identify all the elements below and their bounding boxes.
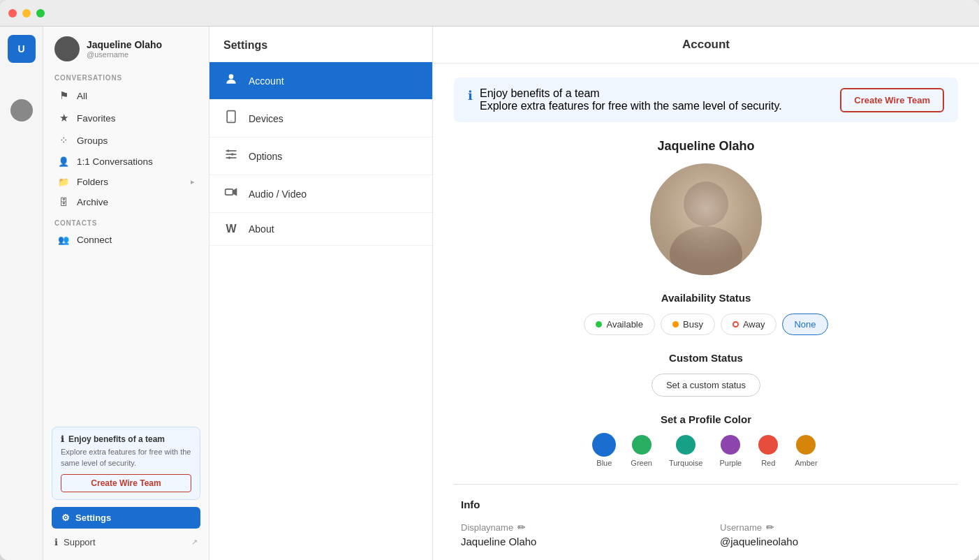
color-option-red[interactable]: Red [758,435,778,467]
available-label: Available [606,319,643,330]
close-button[interactable] [8,9,17,17]
svg-rect-15 [650,163,762,275]
all-icon: ⚑ [57,89,70,102]
amber-color-circle [796,435,816,455]
purple-color-label: Purple [719,459,742,467]
secondary-avatar-icon-bar[interactable] [8,96,36,124]
status-away-button[interactable]: Away [721,314,777,335]
color-option-purple[interactable]: Purple [719,435,742,467]
sidebar-item-label-all: All [77,91,195,101]
settings-devices-label: Devices [249,113,284,124]
settings-panel-title: Settings [209,27,432,62]
support-info-icon: ℹ [54,537,58,547]
sidebar-item-folders[interactable]: 📁 Folders ▸ [46,172,206,192]
main-content: Account ℹ Enjoy benefits of a team Explo… [433,27,979,560]
settings-menu-item-audio-video[interactable]: Audio / Video [209,175,432,213]
status-none-button[interactable]: None [782,314,827,335]
settings-menu-item-devices[interactable]: Devices [209,100,432,138]
green-color-label: Green [631,459,652,467]
turquoise-color-circle [676,435,695,455]
info-row: Displayname ✏ Jaqueline Olaho Username ✏… [461,522,951,547]
settings-options-label: Options [249,151,282,162]
main-promo-info-icon: ℹ [468,88,473,103]
red-color-label: Red [761,459,775,467]
svg-rect-9 [226,189,233,195]
sidebar-item-label-archive: Archive [77,197,195,207]
color-option-turquoise[interactable]: Turquoise [669,435,703,467]
account-icon [223,72,239,89]
settings-menu-item-about[interactable]: W About [209,213,432,246]
info-title: Info [461,499,951,510]
groups-icon: ⁘ [57,134,70,147]
color-option-green[interactable]: Green [631,435,652,467]
settings-nav-button[interactable]: ⚙ Settings [52,507,200,529]
info-field-username-header: Username ✏ [720,522,951,533]
sidebar-item-label-connect: Connect [77,235,195,245]
sidebar-user-info: Jaqueline Olaho @username [87,39,162,59]
connect-icon: 👥 [57,235,70,245]
sidebar-user-header: Jaqueline Olaho @username [43,27,209,67]
sidebar-item-all[interactable]: ⚑ All [46,84,206,107]
status-busy-button[interactable]: Busy [661,314,715,335]
support-label: Support [64,537,96,547]
folders-icon: 📁 [57,177,70,187]
red-color-circle [758,435,778,455]
promo-banner-left: ℹ Enjoy benefits of a team Explore extra… [468,87,782,112]
promo-banner-text: Enjoy benefits of a team Explore extra f… [480,87,782,112]
custom-status-title: Custom Status [652,352,760,364]
color-options-container: Blue Green Turquoise Purple [454,435,958,467]
sidebar-user-name: Jaqueline Olaho [87,39,162,50]
external-link-icon: ↗ [191,538,198,547]
promo-info-icon: ℹ [61,434,64,444]
1on1-icon: 👤 [57,156,70,167]
user-initial: U [17,43,24,54]
minimize-button[interactable] [22,9,31,17]
sidebar-promo-box: ℹ Enjoy benefits of a team Explore extra… [52,427,200,500]
sidebar: Jaqueline Olaho @username CONVERSATIONS … [43,27,209,560]
settings-menu-item-options[interactable]: Options [209,138,432,175]
info-section: Info Displayname ✏ Jaqueline Olaho Usern… [454,499,958,547]
blue-color-label: Blue [596,459,612,467]
svg-point-0 [229,74,234,79]
sidebar-item-favorites[interactable]: ★ Favorites [46,107,206,129]
sidebar-user-avatar [54,36,80,61]
promo-header: ℹ Enjoy benefits of a team [61,434,191,444]
audio-video-icon [223,185,239,202]
purple-color-circle [721,435,740,455]
username-edit-icon[interactable]: ✏ [766,522,774,533]
sidebar-create-wire-team-button[interactable]: Create Wire Team [61,474,191,492]
about-icon: W [223,223,239,235]
profile-avatar[interactable] [650,163,762,275]
color-option-blue[interactable]: Blue [594,435,614,467]
sidebar-item-groups[interactable]: ⁘ Groups [46,129,206,152]
sidebar-item-label-folders: Folders [77,177,184,187]
username-label: Username [720,522,762,533]
info-field-displayname: Displayname ✏ Jaqueline Olaho [461,522,692,547]
sidebar-item-archive[interactable]: 🗄 Archive [46,192,206,212]
away-dot-icon [733,321,739,327]
svg-point-6 [227,149,229,152]
svg-rect-1 [227,111,235,123]
settings-menu-item-account[interactable]: Account [209,62,432,100]
svg-marker-10 [233,188,237,196]
sidebar-item-label-groups: Groups [77,135,195,146]
sidebar-user-username: @username [87,50,162,59]
main-promo-desc: Explore extra features for free with the… [480,100,782,112]
main-create-wire-team-button[interactable]: Create Wire Team [840,88,944,112]
account-content: ℹ Enjoy benefits of a team Explore extra… [433,64,979,560]
user-avatar-icon-bar[interactable]: U [8,35,36,63]
options-icon [223,147,239,165]
set-custom-status-button[interactable]: Set a custom status [652,374,760,397]
maximize-button[interactable] [36,9,45,17]
displayname-edit-icon[interactable]: ✏ [517,522,526,533]
title-bar [0,0,979,27]
sidebar-item-support[interactable]: ℹ Support ↗ [52,533,200,552]
settings-panel: Settings Account Devices Options [209,27,433,560]
color-option-amber[interactable]: Amber [795,435,817,467]
info-field-username: Username ✏ @jaquelineolaho [720,522,951,547]
icon-bar: U [0,27,43,560]
sidebar-item-1on1[interactable]: 👤 1:1 Conversations [46,152,206,172]
status-available-button[interactable]: Available [584,314,655,335]
info-field-displayname-header: Displayname ✏ [461,522,692,533]
sidebar-item-connect[interactable]: 👥 Connect [46,230,206,250]
